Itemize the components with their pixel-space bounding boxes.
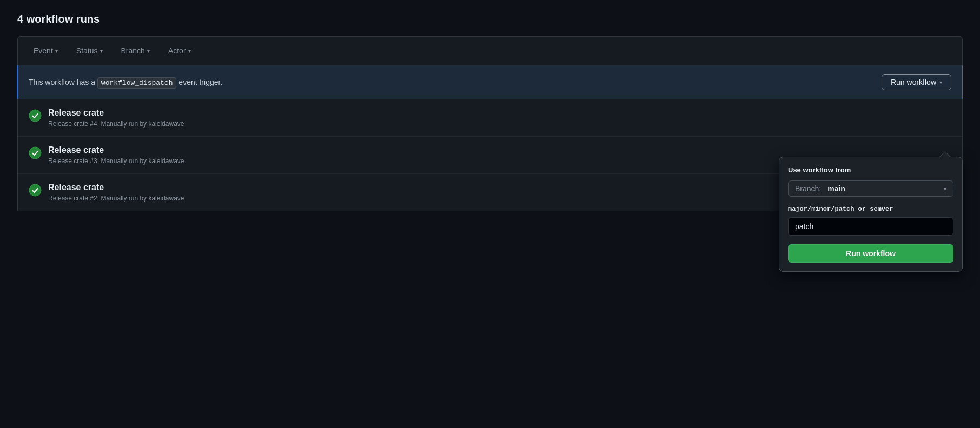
run-workflow-submit-button[interactable]: Run workflow bbox=[788, 244, 953, 263]
dispatch-text: This workflow has a workflow_dispatch ev… bbox=[29, 78, 222, 87]
workflow-name: Release crate bbox=[48, 145, 951, 155]
run-workflow-dropdown: Use workflow from Branch: main ▾ major/m… bbox=[779, 157, 963, 272]
status-filter-button[interactable]: Status ▾ bbox=[69, 43, 110, 58]
workflow-name: Release crate bbox=[48, 108, 951, 118]
dropdown-section-title: Use workflow from bbox=[788, 166, 953, 174]
svg-point-1 bbox=[29, 147, 41, 159]
dispatch-code: workflow_dispatch bbox=[97, 77, 177, 89]
svg-point-0 bbox=[29, 110, 41, 122]
event-filter-button[interactable]: Event ▾ bbox=[27, 43, 65, 58]
branch-selector-label: Branch: bbox=[795, 184, 821, 193]
actor-filter-label: Actor bbox=[168, 46, 186, 55]
filters-bar: Event ▾ Status ▾ Branch ▾ Actor ▾ bbox=[17, 36, 963, 65]
success-icon bbox=[29, 109, 42, 122]
table-row: Release crate Release crate #4: Manually… bbox=[18, 99, 962, 137]
event-chevron-icon: ▾ bbox=[55, 48, 58, 54]
branch-selector-button[interactable]: Branch: main ▾ bbox=[788, 180, 953, 197]
status-filter-label: Status bbox=[76, 46, 98, 55]
dispatch-text-before: This workflow has a bbox=[29, 78, 95, 86]
branch-selector-text: Branch: main bbox=[795, 184, 845, 193]
success-icon bbox=[29, 184, 42, 197]
run-workflow-button-label: Run workflow bbox=[891, 78, 936, 86]
input-section-title: major/minor/patch or semver bbox=[788, 205, 953, 213]
dispatch-banner: This workflow has a workflow_dispatch ev… bbox=[17, 65, 963, 99]
page-title: 4 workflow runs bbox=[17, 13, 963, 25]
event-filter-label: Event bbox=[34, 46, 53, 55]
svg-point-2 bbox=[29, 184, 41, 196]
run-workflow-button[interactable]: Run workflow ▾ bbox=[882, 74, 951, 90]
success-icon bbox=[29, 146, 42, 159]
branch-selector-value: main bbox=[827, 184, 845, 193]
branch-filter-label: Branch bbox=[121, 46, 145, 55]
workflow-info: Release crate Release crate #4: Manually… bbox=[48, 108, 951, 128]
workflow-input-field[interactable] bbox=[788, 217, 953, 236]
actor-filter-button[interactable]: Actor ▾ bbox=[161, 43, 198, 58]
branch-chevron-icon: ▾ bbox=[147, 48, 150, 54]
branch-filter-button[interactable]: Branch ▾ bbox=[114, 43, 157, 58]
dispatch-text-after: event trigger. bbox=[178, 78, 222, 86]
status-chevron-icon: ▾ bbox=[100, 48, 103, 54]
actor-chevron-icon: ▾ bbox=[188, 48, 191, 54]
workflow-meta: Release crate #4: Manually run by kaleid… bbox=[48, 120, 951, 128]
run-workflow-chevron-icon: ▾ bbox=[939, 79, 942, 85]
branch-selector-chevron-icon: ▾ bbox=[944, 186, 946, 192]
